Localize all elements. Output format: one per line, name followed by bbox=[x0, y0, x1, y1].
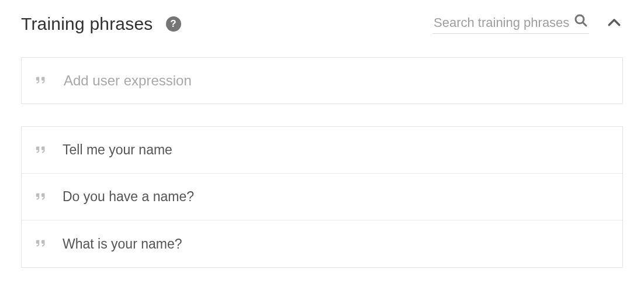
phrase-row[interactable]: What is your name? bbox=[22, 220, 622, 267]
phrase-text: What is your name? bbox=[63, 236, 182, 252]
phrase-list: Tell me your name Do you have a name? Wh… bbox=[21, 126, 623, 268]
search-input[interactable] bbox=[432, 15, 589, 31]
quote-icon bbox=[34, 143, 47, 158]
quote-icon bbox=[34, 189, 47, 205]
svg-line-1 bbox=[583, 22, 586, 26]
title-group: Training phrases ? bbox=[21, 14, 181, 34]
section-header: Training phrases ? bbox=[21, 14, 623, 34]
search-icon[interactable] bbox=[574, 13, 588, 30]
quote-icon bbox=[34, 236, 47, 251]
quote-icon bbox=[34, 73, 47, 88]
phrase-row[interactable]: Tell me your name bbox=[22, 127, 622, 174]
phrase-text: Do you have a name? bbox=[63, 189, 194, 205]
chevron-up-icon[interactable] bbox=[605, 14, 623, 34]
add-expression-input[interactable] bbox=[63, 72, 610, 89]
search-field-wrap bbox=[432, 15, 589, 34]
section-title: Training phrases bbox=[21, 14, 153, 34]
help-icon[interactable]: ? bbox=[166, 16, 181, 32]
phrase-text: Tell me your name bbox=[63, 142, 172, 158]
training-phrases-section: Training phrases ? bbox=[0, 0, 644, 268]
header-controls bbox=[432, 14, 623, 34]
phrase-row[interactable]: Do you have a name? bbox=[22, 174, 622, 220]
add-expression-box bbox=[21, 57, 623, 104]
